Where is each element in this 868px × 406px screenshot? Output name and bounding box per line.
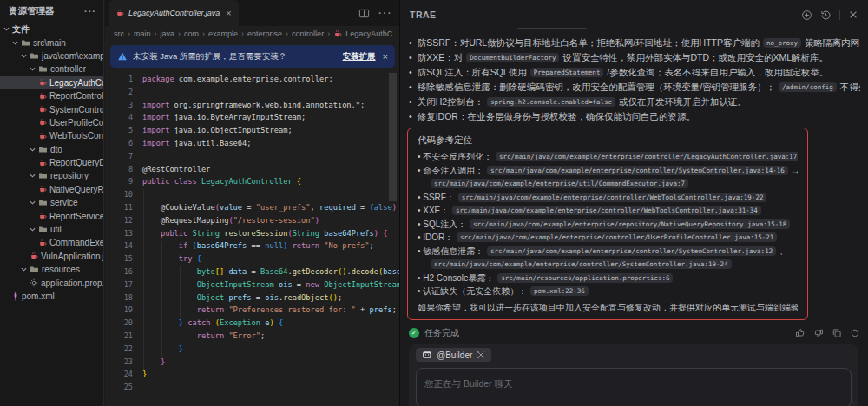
code-line[interactable]: 2 xyxy=(105,86,399,99)
code-line[interactable]: 15 try { xyxy=(105,252,399,265)
tree-item[interactable]: NativeQueryR... xyxy=(0,183,103,196)
code-line[interactable]: 12 @RequestMapping("/restore-session") xyxy=(105,214,399,227)
breadcrumb-separator: › xyxy=(178,29,181,38)
tree-item[interactable]: VulnApplication.j... xyxy=(0,250,103,263)
file-reference-chip[interactable]: src/main/java/com/example/enterprise/rep… xyxy=(470,219,790,229)
close-panel-icon[interactable] xyxy=(848,10,858,20)
code-editor[interactable]: 未安装 Java 所需的扩展，是否需要安装？ 安装扩展 × 1package c… xyxy=(105,42,399,406)
code-line[interactable]: 5import java.io.ObjectInputStream; xyxy=(105,124,399,137)
trae-ide-window: 资源管理器 ··· 文件src\mainjava\com\exampl...co… xyxy=(0,0,868,406)
tree-item[interactable]: java\com\exampl... xyxy=(0,49,103,62)
tree-item[interactable]: SystemControl... xyxy=(0,102,103,115)
code-line[interactable]: 18 Object prefs = ois.readObject(); xyxy=(105,291,399,304)
tree-item[interactable]: UserProfileCo... xyxy=(0,116,103,129)
file-reference-chip[interactable]: src/main/java/com/example/enterprise/con… xyxy=(457,232,777,242)
line-number: 12 xyxy=(105,214,133,227)
tree-item-label: VulnApplication.j... xyxy=(41,252,103,261)
file-reference-chip[interactable]: src/main/java/com/example/enterprise/con… xyxy=(496,152,798,161)
tab-legacyauthcontroller[interactable]: LegacyAuthController.java × xyxy=(108,0,239,26)
tree-item[interactable]: LegacyAuthCo... xyxy=(0,76,103,89)
trae-title: TRAE xyxy=(410,10,437,20)
editor-scrollbar[interactable] xyxy=(389,73,397,201)
tree-item[interactable]: util xyxy=(0,223,103,236)
tree-item[interactable]: 文件 xyxy=(0,23,103,36)
file-reference-chip[interactable]: src/main/java/com/example/enterprise/con… xyxy=(431,259,732,269)
file-reference-chip[interactable]: src/main/java/com/example/enterprise/con… xyxy=(452,206,761,215)
install-extension-link[interactable]: 安装扩展 xyxy=(343,51,376,62)
chat-input[interactable]: 您正在与 Builder 聊天 xyxy=(416,368,852,406)
code-line[interactable]: 17 ObjectInputStream ois = new ObjectInp… xyxy=(105,278,399,291)
code-line[interactable]: 13 public String restoreSession(String b… xyxy=(105,227,399,240)
code-line[interactable]: 25 xyxy=(105,381,399,394)
file-reference-chip[interactable]: pom.xml:22-36 xyxy=(530,286,589,296)
tree-item[interactable]: resources xyxy=(0,263,103,276)
file-reference-chip[interactable]: src/main/java/com/example/enterprise/con… xyxy=(487,246,776,256)
tree-item[interactable]: pom.xml xyxy=(0,290,103,303)
bullet-text: 移除敏感信息泄露：删除硬编码密钥，改用安全的配置管理（环境变量/密钥管理服务）；… xyxy=(418,80,860,95)
copy-icon[interactable] xyxy=(832,328,842,338)
regenerate-icon[interactable] xyxy=(850,328,860,338)
tree-item-label: ReportQueryD... xyxy=(49,158,103,167)
tree-item[interactable]: WebToolsCont... xyxy=(0,129,103,142)
breadcrumb-item[interactable]: controller xyxy=(292,29,324,38)
tree-item[interactable]: src\main xyxy=(0,36,103,49)
tree-item[interactable]: ReportQueryD... xyxy=(0,156,103,169)
chevron-down-icon xyxy=(3,26,10,32)
breadcrumb-item[interactable]: main xyxy=(134,29,151,38)
file-reference-chip[interactable]: src/main/resources/application.propertie… xyxy=(497,273,673,283)
more-actions-icon[interactable]: ··· xyxy=(378,5,391,21)
tree-item[interactable]: ReportControll... xyxy=(0,89,103,102)
breadcrumb-separator: › xyxy=(327,29,330,38)
file-reference-chip[interactable]: src/main/java/com/example/enterprise/uti… xyxy=(431,179,688,188)
reference-line: • 认证缺失（无安全依赖）： pom.xml:22-36 xyxy=(418,285,798,298)
tree-item[interactable]: controller xyxy=(0,62,103,75)
banner-close-icon[interactable]: × xyxy=(381,51,388,62)
code-line[interactable]: 14 if (base64Prefs == null) return "No p… xyxy=(105,239,399,252)
code-line[interactable]: 23 } xyxy=(105,356,399,369)
code-line[interactable]: 19 return "Preferences restored for: " +… xyxy=(105,304,399,317)
agent-chip-builder[interactable]: @Builder xyxy=(416,348,491,362)
breadcrumb-item[interactable]: enterprise xyxy=(247,29,282,38)
tree-item[interactable]: dto xyxy=(0,143,103,156)
code-line[interactable]: 9public class LegacyAuthController { xyxy=(105,175,399,188)
code-line[interactable]: 22 } xyxy=(105,343,399,356)
code-line[interactable]: 21 return "Error"; xyxy=(105,330,399,343)
tree-item[interactable]: application.prop... xyxy=(0,276,103,289)
breadcrumb-item[interactable]: example xyxy=(208,29,238,38)
breadcrumb-item[interactable]: src xyxy=(114,29,124,38)
code-text: return "Error"; xyxy=(133,330,265,343)
explorer-more-icon[interactable]: ··· xyxy=(84,6,96,16)
code-line[interactable]: 6import java.util.Base64; xyxy=(105,137,399,150)
history-icon[interactable] xyxy=(820,10,832,21)
chevron-down-icon xyxy=(30,200,36,206)
file-reference-chip[interactable]: src/main/java/com/example/enterprise/con… xyxy=(487,166,788,175)
tree-item[interactable]: ReportService... xyxy=(0,209,103,222)
code-line[interactable]: 1package com.example.enterprise.controll… xyxy=(105,73,399,86)
tab-close-icon[interactable]: × xyxy=(226,8,231,18)
panel-drag-handle[interactable] xyxy=(517,28,587,29)
tree-item[interactable]: service xyxy=(0,196,103,209)
breadcrumb-item[interactable]: com xyxy=(184,29,199,38)
tree-item[interactable]: repository xyxy=(0,169,103,182)
code-line[interactable]: 7 xyxy=(105,150,399,163)
code-line[interactable]: 16 byte[] data = Base64.getDecoder().dec… xyxy=(105,265,399,278)
java-file-icon xyxy=(38,239,47,247)
code-line[interactable]: 4import java.io.ByteArrayInputStream; xyxy=(105,111,399,124)
breadcrumb-item[interactable]: java xyxy=(161,29,175,38)
split-editor-icon[interactable] xyxy=(358,8,370,19)
line-number: 7 xyxy=(105,150,133,163)
code-line[interactable]: 24} xyxy=(105,368,399,381)
code-line[interactable]: 11 @CookieValue(value = "user_prefs", re… xyxy=(105,201,399,214)
line-number: 19 xyxy=(105,304,133,317)
code-line[interactable]: 8@RestController xyxy=(105,163,399,176)
breadcrumb-item[interactable]: LegacyAuthC xyxy=(345,29,392,38)
builder-shortcut-icon[interactable] xyxy=(477,350,485,359)
file-reference-chip[interactable]: src/main/java/com/example/enterprise/con… xyxy=(458,193,767,202)
thumbs-up-icon[interactable] xyxy=(795,328,806,338)
new-chat-icon[interactable] xyxy=(801,10,812,21)
code-line[interactable]: 20 } catch (Exception e) { xyxy=(105,317,399,330)
tree-item[interactable]: CommandExe... xyxy=(0,236,103,249)
code-line[interactable]: 3import org.springframework.web.bind.ann… xyxy=(105,99,399,112)
code-line[interactable]: 10 xyxy=(105,188,399,201)
thumbs-down-icon[interactable] xyxy=(813,328,824,338)
